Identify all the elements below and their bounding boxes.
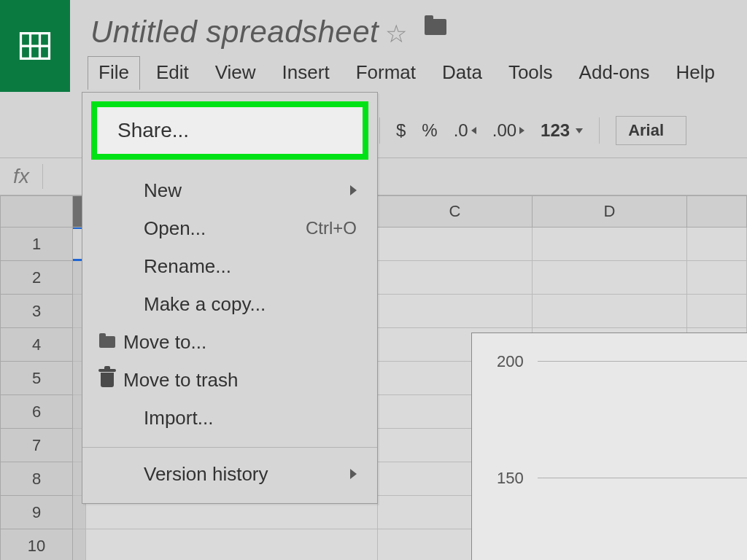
cell-C3[interactable] bbox=[378, 295, 533, 328]
menu-data[interactable]: Data bbox=[432, 57, 492, 90]
cell-A10[interactable] bbox=[73, 529, 86, 560]
row-header[interactable]: 2 bbox=[0, 261, 73, 295]
menu-view[interactable]: View bbox=[205, 57, 266, 90]
menu-item-label: Make a copy... bbox=[144, 293, 266, 316]
app-logo[interactable] bbox=[0, 0, 70, 92]
menu-item-label: Version history bbox=[144, 463, 268, 486]
menu-shortcut: Ctrl+O bbox=[306, 218, 357, 238]
cell-C1[interactable] bbox=[378, 228, 533, 261]
menu-help[interactable]: Help bbox=[665, 57, 724, 90]
row-header[interactable]: 10 bbox=[0, 529, 73, 560]
column-header-D[interactable]: D bbox=[533, 195, 687, 228]
row-header[interactable]: 1 bbox=[0, 228, 73, 261]
chart-ytick: 200 bbox=[497, 352, 524, 371]
menu-edit[interactable]: Edit bbox=[146, 57, 199, 90]
arrow-right-icon bbox=[519, 127, 525, 134]
doc-title[interactable]: Untitled spreadsheet bbox=[90, 15, 379, 50]
chart-gridline bbox=[538, 361, 747, 362]
menu-item-share[interactable]: Share... bbox=[91, 101, 368, 160]
row-header[interactable]: 8 bbox=[0, 462, 73, 496]
menu-item-open[interactable]: Open... Ctrl+O bbox=[82, 209, 377, 247]
menu-item-import[interactable]: Import... bbox=[82, 399, 377, 437]
format-currency-button[interactable]: $ bbox=[396, 120, 406, 141]
menu-item-label: Open... bbox=[144, 217, 206, 240]
fx-label: fx bbox=[0, 165, 42, 188]
submenu-arrow-icon bbox=[350, 469, 357, 479]
file-menu-dropdown: Share... New Open... Ctrl+O Rename... Ma… bbox=[82, 92, 378, 504]
caret-down-icon bbox=[576, 128, 583, 133]
toolbar-separator bbox=[379, 117, 380, 144]
row-header[interactable]: 9 bbox=[0, 496, 73, 529]
menu-item-label: Rename... bbox=[144, 255, 231, 278]
menu-item-label: New bbox=[144, 179, 182, 202]
increase-decimal-button[interactable]: .00 bbox=[492, 120, 525, 141]
folder-icon bbox=[99, 336, 115, 348]
menu-addons[interactable]: Add-ons bbox=[569, 57, 660, 90]
cell-D1[interactable] bbox=[533, 228, 687, 261]
toolbar: $ % .0 .00 123 Arial bbox=[379, 109, 747, 152]
menu-format[interactable]: Format bbox=[346, 57, 426, 90]
row-header[interactable]: 4 bbox=[0, 328, 73, 362]
row-header[interactable]: 6 bbox=[0, 395, 73, 429]
star-icon[interactable]: ☆ bbox=[385, 19, 407, 48]
cell-D2[interactable] bbox=[533, 261, 687, 295]
column-header-C[interactable]: C bbox=[378, 195, 533, 228]
trash-icon bbox=[101, 373, 114, 387]
format-percent-button[interactable]: % bbox=[422, 120, 437, 141]
cell-B10[interactable] bbox=[86, 529, 378, 560]
menu-item-rename[interactable]: Rename... bbox=[82, 247, 377, 285]
menu-item-version-history[interactable]: Version history bbox=[82, 455, 377, 493]
toolbar-separator bbox=[599, 117, 600, 144]
menu-item-label: Share... bbox=[117, 119, 189, 141]
cell-E3[interactable] bbox=[687, 295, 747, 328]
row-header[interactable]: 5 bbox=[0, 362, 73, 395]
decrease-decimal-button[interactable]: .0 bbox=[454, 120, 476, 141]
menubar: File Edit View Insert Format Data Tools … bbox=[88, 55, 747, 90]
cell-E2[interactable] bbox=[687, 261, 747, 295]
menu-insert[interactable]: Insert bbox=[272, 57, 340, 90]
menu-separator bbox=[82, 447, 377, 448]
menu-file[interactable]: File bbox=[88, 56, 140, 90]
menu-item-move-to-trash[interactable]: Move to trash bbox=[82, 361, 377, 399]
menu-item-label: Move to... bbox=[123, 331, 206, 354]
menu-item-label: Import... bbox=[144, 407, 213, 429]
menu-item-make-copy[interactable]: Make a copy... bbox=[82, 285, 377, 323]
sheets-icon bbox=[16, 27, 54, 65]
more-formats-button[interactable]: 123 bbox=[541, 120, 583, 141]
chart-ytick: 150 bbox=[497, 469, 524, 488]
move-folder-icon[interactable] bbox=[425, 19, 446, 35]
fx-divider bbox=[42, 164, 43, 189]
menu-item-move-to[interactable]: Move to... bbox=[82, 323, 377, 361]
cell-E1[interactable] bbox=[687, 228, 747, 261]
embedded-chart[interactable]: 200 150 bbox=[471, 332, 747, 560]
cell-D3[interactable] bbox=[533, 295, 687, 328]
menu-item-label: Move to trash bbox=[123, 369, 239, 392]
menu-tools[interactable]: Tools bbox=[498, 57, 563, 90]
arrow-left-icon bbox=[471, 127, 476, 134]
chart-gridline bbox=[538, 478, 747, 478]
row-header[interactable]: 3 bbox=[0, 295, 73, 328]
select-all-corner[interactable] bbox=[0, 195, 73, 228]
font-family-select[interactable]: Arial bbox=[616, 116, 686, 145]
row-header[interactable]: 7 bbox=[0, 429, 73, 462]
column-header-E[interactable] bbox=[687, 195, 747, 228]
submenu-arrow-icon bbox=[350, 185, 357, 195]
menu-item-new[interactable]: New bbox=[82, 171, 377, 209]
cell-C2[interactable] bbox=[378, 261, 533, 295]
